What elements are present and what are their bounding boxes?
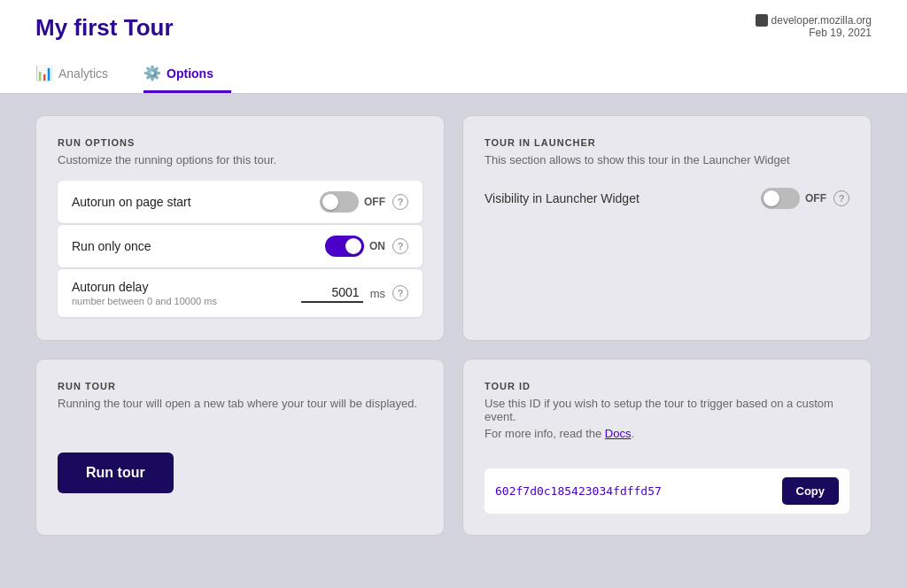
tour-id-card: TOUR ID Use this ID if you wish to setup… xyxy=(462,359,872,536)
tab-options-label: Options xyxy=(167,66,213,81)
autorun-delay-sublabel: number between 0 and 10000 ms xyxy=(72,296,217,306)
tab-analytics-label: Analytics xyxy=(58,66,108,81)
launcher-visibility-row: Visibility in Launcher Widget OFF ? xyxy=(485,181,849,216)
autorun-label: Autorun on page start xyxy=(72,195,191,209)
site-date: Feb 19, 2021 xyxy=(809,27,872,39)
autorun-controls: OFF ? xyxy=(320,191,408,213)
site-favicon-icon xyxy=(756,14,768,27)
ms-unit-label: ms xyxy=(370,287,385,300)
launcher-visibility-toggle[interactable] xyxy=(761,188,800,209)
autorun-delay-label-group: Autorun delay number between 0 and 10000… xyxy=(72,280,217,306)
run-tour-button[interactable]: Run tour xyxy=(58,453,174,493)
run-once-toggle-wrapper: ON xyxy=(325,236,385,257)
copy-id-button[interactable]: Copy xyxy=(782,477,840,505)
autorun-delay-input[interactable] xyxy=(301,283,363,303)
autorun-toggle-label: OFF xyxy=(364,196,385,208)
tour-id-title: TOUR ID xyxy=(485,381,849,391)
run-options-subtitle: Customize the running options for this t… xyxy=(58,153,422,166)
run-options-title: RUN OPTIONS xyxy=(58,137,422,148)
launcher-visibility-label: Visibility in Launcher Widget xyxy=(485,191,640,205)
tab-options[interactable]: ⚙️ Options xyxy=(143,56,231,93)
main-content: RUN OPTIONS Customize the running option… xyxy=(0,94,907,557)
analytics-icon: 📊 xyxy=(35,65,53,81)
launcher-visibility-controls: OFF ? xyxy=(761,188,849,209)
header-top: My first Tour developer.mozilla.org Feb … xyxy=(35,14,872,52)
run-options-card: RUN OPTIONS Customize the running option… xyxy=(35,115,445,341)
autorun-toggle-wrapper: OFF xyxy=(320,191,385,213)
run-tour-description: Running the tour will open a new tab whe… xyxy=(58,397,422,410)
tour-in-launcher-card: TOUR IN LAUNCHER This section allows to … xyxy=(462,115,872,341)
site-info-row: developer.mozilla.org xyxy=(756,14,872,27)
run-once-help-icon[interactable]: ? xyxy=(392,238,408,254)
tour-id-description: Use this ID if you wish to setup the tou… xyxy=(485,397,849,423)
docs-text: For more info, read the xyxy=(485,427,601,440)
tour-in-launcher-title: TOUR IN LAUNCHER xyxy=(485,137,849,148)
options-icon: ⚙️ xyxy=(143,65,161,81)
run-once-toggle-label: ON xyxy=(369,240,385,252)
run-once-label: Run only once xyxy=(72,239,151,253)
header: My first Tour developer.mozilla.org Feb … xyxy=(0,0,907,94)
tab-analytics[interactable]: 📊 Analytics xyxy=(35,56,126,93)
autorun-toggle[interactable] xyxy=(320,191,359,213)
run-tour-title: RUN TOUR xyxy=(58,381,422,391)
autorun-help-icon[interactable]: ? xyxy=(392,194,408,210)
launcher-visibility-toggle-wrapper: OFF xyxy=(761,188,826,209)
autorun-delay-label: Autorun delay xyxy=(72,280,217,294)
autorun-delay-help-icon[interactable]: ? xyxy=(392,285,408,301)
launcher-visibility-help-icon[interactable]: ? xyxy=(833,190,849,206)
launcher-visibility-toggle-label: OFF xyxy=(805,192,826,205)
autorun-option-row: Autorun on page start OFF ? xyxy=(58,181,422,223)
tour-id-value: 602f7d0c185423034fdffd57 xyxy=(495,484,775,498)
docs-link[interactable]: Docs xyxy=(605,427,632,440)
tabs-nav: 📊 Analytics ⚙️ Options xyxy=(35,56,872,93)
run-once-toggle[interactable] xyxy=(325,236,364,257)
run-once-controls: ON ? xyxy=(325,236,408,257)
autorun-delay-controls: ms ? xyxy=(301,283,408,303)
docs-link-row: For more info, read the Docs. xyxy=(485,427,849,440)
site-info: developer.mozilla.org Feb 19, 2021 xyxy=(756,14,872,39)
page-title: My first Tour xyxy=(35,14,174,42)
run-tour-card: RUN TOUR Running the tour will open a ne… xyxy=(35,359,445,536)
tour-in-launcher-subtitle: This section allows to show this tour in… xyxy=(485,153,849,166)
run-once-option-row: Run only once ON ? xyxy=(58,225,422,267)
tour-id-value-row: 602f7d0c185423034fdffd57 Copy xyxy=(485,468,849,514)
autorun-delay-option-row: Autorun delay number between 0 and 10000… xyxy=(58,269,422,317)
site-domain: developer.mozilla.org xyxy=(771,14,872,27)
